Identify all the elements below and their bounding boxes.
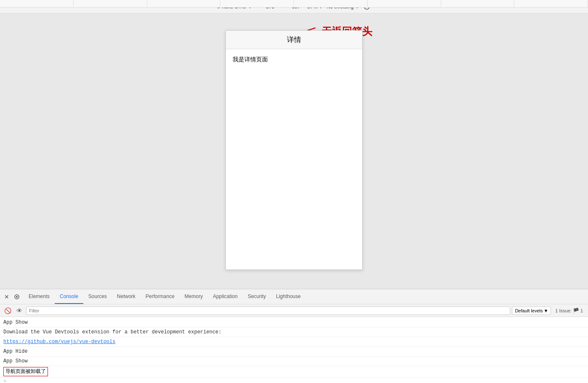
console-output[interactable]: App Show Download the Vue Devtools exten…: [0, 317, 588, 383]
issue-badge[interactable]: 1 Issue: 🏴 1: [553, 307, 585, 314]
tab-network[interactable]: Network: [112, 289, 140, 304]
console-text: App Show: [3, 320, 28, 325]
highlighted-console-text: 导航页面被卸载了: [3, 367, 48, 376]
tab-lighthouse[interactable]: Lighthouse: [271, 289, 306, 304]
console-text: Download the Vue Devtools extension for …: [3, 329, 221, 335]
svg-point-5: [16, 296, 18, 298]
console-line-highlight: 导航页面被卸载了: [0, 366, 588, 378]
level-arrow: ▼: [543, 308, 548, 313]
filter-input[interactable]: [26, 306, 510, 315]
console-expand-btn[interactable]: ›: [0, 378, 588, 383]
tab-console[interactable]: Console: [55, 289, 83, 304]
console-line: App Show: [0, 357, 588, 366]
devtools-panel: ✕ Elements Console Sources Network Perfo…: [0, 289, 588, 383]
issue-number: 1: [580, 308, 583, 313]
eye-icon[interactable]: 👁: [14, 306, 24, 316]
mobile-content-text: 我是详情页面: [233, 56, 268, 63]
close-devtools-icon[interactable]: ✕: [2, 292, 12, 302]
ruler-segment: [147, 0, 221, 7]
devtools-link[interactable]: https://github.com/vuejs/vue-devtools: [3, 339, 115, 345]
console-line-link: https://github.com/vuejs/vue-devtools: [0, 337, 588, 347]
ruler-segment: [294, 0, 368, 7]
viewport-area: 无返回箭头 详情 我是详情页面: [0, 13, 588, 289]
console-text: App Hide: [3, 349, 28, 354]
tab-sources[interactable]: Sources: [83, 289, 112, 304]
console-text: App Show: [3, 358, 28, 364]
tab-application[interactable]: Application: [208, 289, 243, 304]
level-selector[interactable]: Default levels ▼: [512, 306, 551, 315]
issue-icon: 🏴: [573, 308, 579, 314]
ruler-segment: [368, 0, 441, 7]
tab-performance[interactable]: Performance: [140, 289, 180, 304]
tab-security[interactable]: Security: [243, 289, 271, 304]
expand-icon: ›: [3, 378, 6, 383]
mobile-content: 我是详情页面: [226, 49, 362, 70]
tab-left-controls: ✕: [0, 289, 24, 304]
console-toolbar: 🚫 👁 Default levels ▼ 1 Issue: 🏴 1: [0, 304, 588, 317]
tab-memory[interactable]: Memory: [180, 289, 208, 304]
console-line: Download the Vue Devtools extension for …: [0, 328, 588, 337]
mobile-frame: 详情 我是详情页面: [225, 30, 363, 270]
console-line: App Hide: [0, 347, 588, 357]
ruler-segment: [74, 0, 147, 7]
ruler-segment: [0, 0, 74, 7]
mobile-nav-title: 详情: [287, 35, 301, 45]
mobile-nav-bar: 详情: [226, 31, 362, 49]
ruler-bar: [0, 0, 588, 8]
level-label: Default levels: [515, 308, 543, 313]
tab-elements[interactable]: Elements: [24, 289, 55, 304]
ruler-segment: [514, 0, 588, 7]
console-line: App Show: [0, 318, 588, 328]
issue-count-label: 1 Issue:: [555, 308, 572, 313]
ruler-segment: [220, 0, 294, 7]
clear-console-icon[interactable]: 🚫: [3, 306, 13, 316]
ruler-segment: [441, 0, 515, 7]
devtools-tabs: ✕ Elements Console Sources Network Perfo…: [0, 289, 588, 304]
inspect-icon[interactable]: [12, 292, 22, 302]
